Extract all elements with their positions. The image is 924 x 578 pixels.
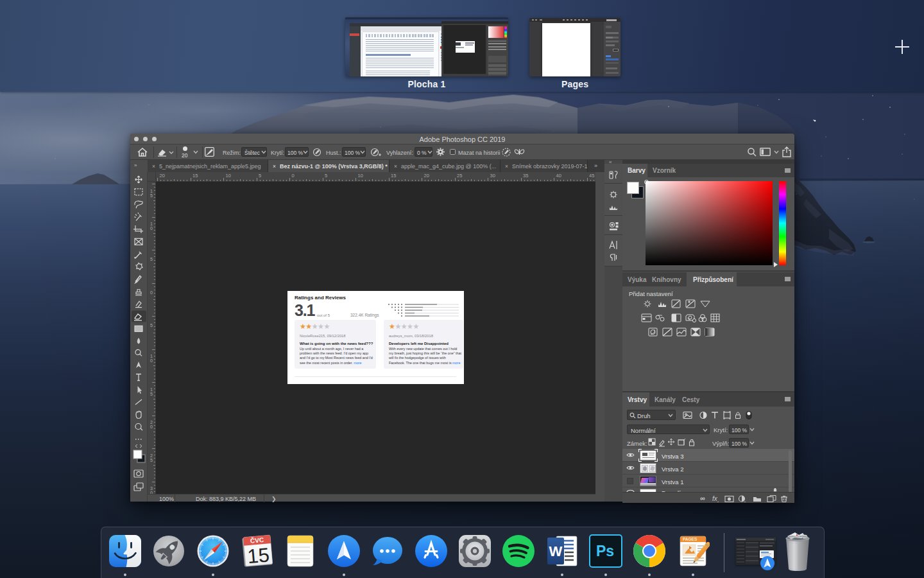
- svg-text:fx: fx: [712, 495, 718, 502]
- svg-text:PAGES: PAGES: [683, 537, 697, 541]
- svg-text:W: W: [549, 543, 563, 559]
- svg-text:15: 15: [246, 543, 270, 568]
- svg-text:ČVC: ČVC: [250, 536, 264, 545]
